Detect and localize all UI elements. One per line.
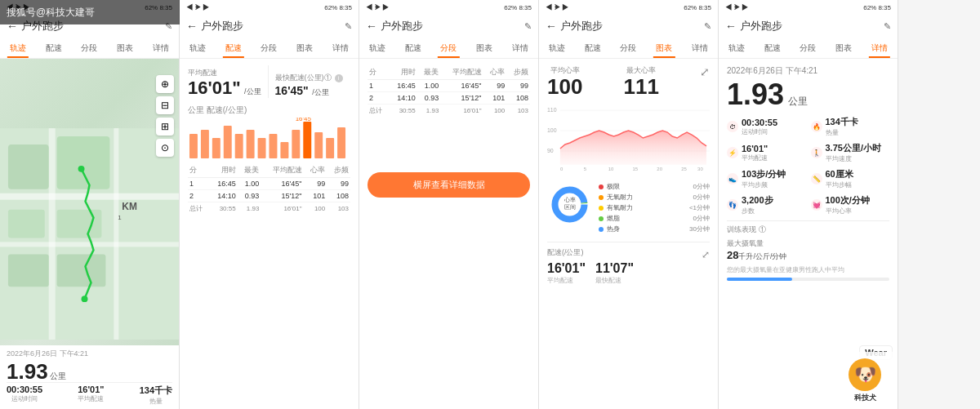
back-button-3[interactable]: ←	[366, 20, 377, 33]
total-cad: 103	[327, 202, 350, 216]
total-hr: 100	[304, 202, 327, 216]
th-time: 用时	[209, 163, 238, 178]
svg-rect-9	[8, 254, 49, 287]
fullscreen-btn-2[interactable]: ⤢	[702, 249, 710, 260]
edit-button-3[interactable]: ✎	[524, 21, 532, 32]
detail-val-time: 00:30:55	[742, 118, 777, 127]
location-btn[interactable]: ⊕	[156, 75, 174, 93]
th-cadence-3: 步频	[506, 65, 530, 80]
max-pace-unit: /公里	[312, 88, 329, 96]
tab-chart-4[interactable]: 图表	[646, 38, 682, 58]
tab-pace-2[interactable]: 配速	[216, 38, 252, 58]
row2-pace: 15'12"	[261, 190, 303, 202]
horizontal-view-btn[interactable]: 横屏查看详细数据	[368, 172, 530, 198]
settings-btn[interactable]: ⊙	[156, 139, 174, 157]
zone-time-fatburn: 0分钟	[693, 214, 710, 223]
tab-chart-2[interactable]: 图表	[287, 38, 323, 58]
nav-bar-4: ← 户外跑步 ✎	[539, 15, 718, 38]
tab-track-3[interactable]: 轨迹	[359, 38, 395, 58]
tab-seg-4[interactable]: 分段	[611, 38, 647, 58]
tab-detail-4[interactable]: 详情	[682, 38, 718, 58]
edit-button-4[interactable]: ✎	[704, 21, 711, 32]
status-right-4: 62% 8:35	[684, 4, 711, 11]
hr-panel-inner: 平均心率 100 最大心率 111 ⤢ 110 100 90	[539, 59, 718, 291]
tab-detail-2[interactable]: 详情	[323, 38, 359, 58]
training-note: 您的最大摄氧量在亚健康男性跑人中平均	[727, 265, 889, 274]
distance-unit: 公里	[50, 371, 66, 382]
map-type-btn[interactable]: ⊟	[156, 96, 174, 114]
svg-rect-17	[212, 138, 220, 158]
tab-seg-1[interactable]: 分段	[72, 38, 108, 58]
tab-pace-4[interactable]: 配速	[575, 38, 611, 58]
max-pace-lbl-4: 最快配速	[595, 276, 634, 285]
tab-track-5[interactable]: 轨迹	[719, 38, 755, 58]
zone-dot-warmup	[599, 227, 604, 232]
tab-seg-2[interactable]: 分段	[252, 38, 287, 58]
pace-chart: 16'45	[188, 118, 350, 158]
svg-text:0: 0	[560, 167, 564, 171]
row2-dist: 0.93	[238, 190, 261, 202]
tab-detail-3[interactable]: 详情	[502, 38, 538, 58]
row1-time: 16:45	[209, 178, 238, 190]
pace-main-stats: 平均配速 16'01" /公里 最快配速(公里)① i 16'45" /公里	[188, 65, 350, 98]
total-dist: 1.93	[238, 202, 261, 216]
tab-detail-5[interactable]: 详情	[862, 38, 898, 58]
zone-list: 极限 0分钟 无氧耐力 0分钟 有氧耐力 <1分钟	[599, 182, 710, 235]
layers-btn[interactable]: ⊞	[156, 118, 174, 136]
tab-pace-5[interactable]: 配速	[755, 38, 791, 58]
status-right-3: 62% 8:35	[504, 4, 532, 11]
pace-icon: ⚡	[727, 147, 738, 158]
pace-chart-svg: 16'45	[188, 118, 350, 158]
detail-val-speed: 3.75公里/小时	[826, 142, 881, 154]
svg-text:110: 110	[547, 107, 557, 113]
training-section: 训练表现 ① 最大摄氧量 28千升/公斤/分钟 您的最大摄氧量在亚健康男性跑人中…	[727, 220, 889, 281]
tab-pace-3[interactable]: 配速	[395, 38, 431, 58]
detail-val-steps: 3,200步	[742, 194, 773, 207]
max-pace-value: 16'45" /公里	[275, 83, 343, 98]
stat-duration: 00:30:55 运动时间	[7, 385, 42, 406]
back-button-2[interactable]: ←	[186, 20, 198, 33]
svg-rect-24	[292, 130, 300, 158]
watermark: 搜狐号@科技大建哥	[0, 0, 180, 24]
svg-rect-2	[0, 242, 179, 247]
edit-button-2[interactable]: ✎	[345, 21, 352, 32]
stat-cal: 134千卡 热量	[140, 385, 172, 406]
zone-time-anaerobic: 0分钟	[693, 193, 710, 202]
svg-rect-27	[326, 138, 334, 158]
back-button-4[interactable]: ←	[546, 20, 557, 33]
detail-lbl-steps: 步数	[742, 207, 773, 216]
detail-distance-row: 1.93 公里	[727, 80, 889, 109]
svg-rect-20	[247, 130, 255, 158]
detail-grid: ⏱ 00:30:55 运动时间 🔥 134千卡 热量 ⚡	[727, 116, 889, 216]
svg-text:90: 90	[547, 148, 554, 153]
table-row: 1 16:45 1.00 16'45" 99 99	[368, 80, 530, 92]
tab-chart-5[interactable]: 图表	[826, 38, 862, 58]
nav-bar-5: ← 户外跑步 ✎	[719, 15, 898, 38]
tab-pace-1[interactable]: 配速	[36, 38, 72, 58]
row1-pace: 16'45"	[261, 178, 303, 190]
tab-chart-1[interactable]: 图表	[107, 38, 143, 58]
tab-seg-3[interactable]: 分段	[431, 38, 467, 58]
svg-rect-5	[8, 144, 49, 189]
tab-track-2[interactable]: 轨迹	[180, 38, 216, 58]
avg-pace-lbl-4: 平均配速	[547, 276, 586, 285]
tab-seg-5[interactable]: 分段	[791, 38, 826, 58]
detail-lbl-hr: 平均心率	[826, 207, 870, 216]
detail-lbl-time: 运动时间	[742, 127, 777, 136]
tab-bar-5: 轨迹 配速 分段 图表 详情	[719, 38, 898, 59]
bottom-stats: 2022年6月26日 下午4:21 1.93 公里 00:30:55 运动时间 …	[0, 345, 179, 409]
svg-rect-26	[314, 132, 323, 158]
edit-button-5[interactable]: ✎	[884, 21, 891, 32]
tab-detail-1[interactable]: 详情	[143, 38, 179, 58]
svg-text:区间: 区间	[564, 204, 576, 210]
back-button-5[interactable]: ←	[725, 20, 737, 33]
max-hr-value: 111	[624, 76, 659, 97]
fullscreen-btn[interactable]: ⤢	[700, 65, 710, 97]
detail-lbl-speed: 平均速度	[826, 154, 881, 163]
pace-panel-inner: 平均配速 16'01" /公里 最快配速(公里)① i 16'45" /公里	[180, 59, 359, 221]
tab-track-1[interactable]: 轨迹	[0, 38, 36, 58]
nav-title-5: 户外跑步	[740, 19, 782, 33]
tab-track-4[interactable]: 轨迹	[539, 38, 575, 58]
detail-info-hr: 100次/分钟 平均心率	[826, 194, 870, 216]
tab-chart-3[interactable]: 图表	[466, 38, 502, 58]
